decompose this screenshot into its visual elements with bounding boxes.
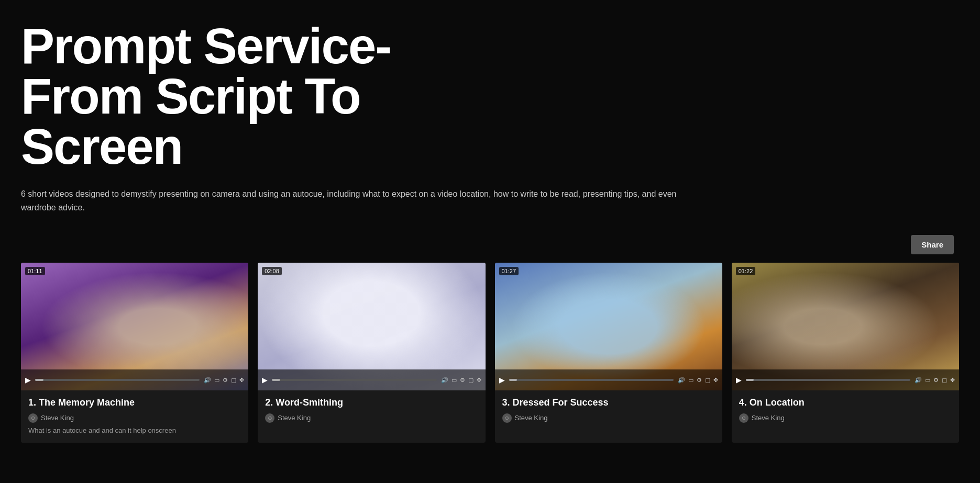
pip-icon-3[interactable]: ▢ — [705, 377, 710, 384]
video-author-row-4: ☺ Steve King — [739, 413, 952, 423]
video-thumbnail-4: 01:22 ▶ 🔊 ▭ ⚙ ▢ ✥ — [732, 263, 959, 390]
share-row: Share — [21, 235, 959, 254]
progress-bar-1 — [35, 379, 200, 381]
video-duration-2: 02:08 — [262, 267, 282, 275]
author-name-3: Steve King — [515, 414, 548, 422]
volume-icon-3[interactable]: 🔊 — [678, 377, 685, 384]
video-title-2: 2. Word-Smithing — [265, 397, 478, 409]
page-wrapper: Prompt Service- From Script To Screen 6 … — [0, 0, 980, 464]
play-icon-3[interactable]: ▶ — [499, 376, 505, 384]
share-button[interactable]: Share — [911, 235, 954, 254]
fullscreen-icon-3[interactable]: ✥ — [713, 377, 718, 384]
video-thumbnail-2: 02:08 ▶ 🔊 ▭ ⚙ ▢ ✥ — [258, 263, 485, 390]
author-name-4: Steve King — [752, 414, 785, 422]
video-controls-3: 🔊 ▭ ⚙ ▢ ✥ — [678, 377, 718, 384]
pip-icon-4[interactable]: ▢ — [942, 377, 947, 384]
cast-icon-3[interactable]: ▭ — [688, 377, 693, 384]
settings-icon-4[interactable]: ⚙ — [933, 377, 939, 384]
volume-icon-1[interactable]: 🔊 — [204, 377, 211, 384]
settings-icon-2[interactable]: ⚙ — [460, 377, 465, 384]
play-overlay-3: ▶ 🔊 ▭ ⚙ ▢ ✥ — [495, 369, 722, 390]
volume-icon-4[interactable]: 🔊 — [915, 377, 922, 384]
cast-icon-1[interactable]: ▭ — [214, 377, 219, 384]
settings-icon-1[interactable]: ⚙ — [223, 377, 228, 384]
video-author-row-2: ☺ Steve King — [265, 413, 478, 423]
volume-icon-2[interactable]: 🔊 — [441, 377, 448, 384]
video-duration-1: 01:11 — [25, 267, 45, 275]
video-desc-1: What is an autocue and and can it help o… — [28, 426, 241, 435]
play-icon-2[interactable]: ▶ — [262, 376, 268, 384]
video-card-3[interactable]: 01:27 ▶ 🔊 ▭ ⚙ ▢ ✥ 3. Dressed For Success… — [495, 263, 722, 443]
video-controls-4: 🔊 ▭ ⚙ ▢ ✥ — [915, 377, 955, 384]
video-controls-1: 🔊 ▭ ⚙ ▢ ✥ — [204, 377, 244, 384]
progress-bar-2 — [272, 379, 436, 381]
play-icon-4[interactable]: ▶ — [736, 376, 742, 384]
fullscreen-icon-2[interactable]: ✥ — [477, 377, 481, 384]
settings-icon-3[interactable]: ⚙ — [697, 377, 702, 384]
video-controls-2: 🔊 ▭ ⚙ ▢ ✥ — [441, 377, 481, 384]
video-thumbnail-1: 01:11 ▶ 🔊 ▭ ⚙ ▢ ✥ — [21, 263, 248, 390]
video-author-row-3: ☺ Steve King — [502, 413, 715, 423]
video-duration-4: 01:22 — [736, 267, 756, 275]
videos-grid: 01:11 ▶ 🔊 ▭ ⚙ ▢ ✥ 1. The Memory Machine … — [21, 263, 959, 443]
author-icon-1: ☺ — [28, 413, 38, 423]
video-info-1: 1. The Memory Machine ☺ Steve King What … — [21, 390, 248, 443]
play-icon-1[interactable]: ▶ — [25, 376, 31, 384]
cast-icon-4[interactable]: ▭ — [925, 377, 930, 384]
progress-bar-4 — [746, 379, 910, 381]
fullscreen-icon-4[interactable]: ✥ — [950, 377, 955, 384]
video-info-4: 4. On Location ☺ Steve King — [732, 390, 959, 433]
author-name-1: Steve King — [41, 414, 74, 422]
video-info-3: 3. Dressed For Success ☺ Steve King — [495, 390, 722, 433]
video-title-4: 4. On Location — [739, 397, 952, 409]
page-title: Prompt Service- From Script To Screen — [21, 21, 440, 172]
video-author-row-1: ☺ Steve King — [28, 413, 241, 423]
video-title-1: 1. The Memory Machine — [28, 397, 241, 409]
play-overlay-2: ▶ 🔊 ▭ ⚙ ▢ ✥ — [258, 369, 485, 390]
play-overlay-4: ▶ 🔊 ▭ ⚙ ▢ ✥ — [732, 369, 959, 390]
author-icon-3: ☺ — [502, 413, 512, 423]
video-card-4[interactable]: 01:22 ▶ 🔊 ▭ ⚙ ▢ ✥ 4. On Location ☺ Steve — [732, 263, 959, 443]
pip-icon-2[interactable]: ▢ — [468, 377, 474, 384]
author-icon-4: ☺ — [739, 413, 748, 423]
fullscreen-icon-1[interactable]: ✥ — [239, 377, 244, 384]
cast-icon-2[interactable]: ▭ — [452, 377, 457, 384]
author-name-2: Steve King — [278, 414, 311, 422]
video-card-2[interactable]: 02:08 ▶ 🔊 ▭ ⚙ ▢ ✥ 2. Word-Smithing ☺ Ste… — [258, 263, 485, 443]
video-duration-3: 01:27 — [499, 267, 519, 275]
video-card-1[interactable]: 01:11 ▶ 🔊 ▭ ⚙ ▢ ✥ 1. The Memory Machine … — [21, 263, 248, 443]
progress-bar-3 — [509, 379, 674, 381]
video-info-2: 2. Word-Smithing ☺ Steve King — [258, 390, 485, 433]
page-description: 6 short videos designed to demystify pre… — [21, 187, 702, 214]
play-overlay-1: ▶ 🔊 ▭ ⚙ ▢ ✥ — [21, 369, 248, 390]
video-thumbnail-3: 01:27 ▶ 🔊 ▭ ⚙ ▢ ✥ — [495, 263, 722, 390]
pip-icon-1[interactable]: ▢ — [231, 377, 236, 384]
author-icon-2: ☺ — [265, 413, 274, 423]
video-title-3: 3. Dressed For Success — [502, 397, 715, 409]
